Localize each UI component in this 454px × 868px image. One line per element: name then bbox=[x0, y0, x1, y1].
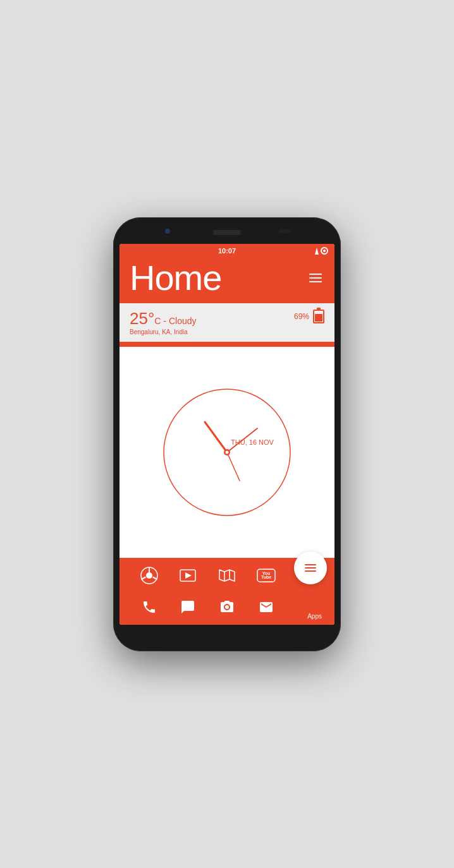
bottom-area: You Tube bbox=[120, 558, 334, 625]
svg-marker-0 bbox=[315, 248, 319, 255]
nav-dock: Apps bbox=[120, 591, 334, 625]
svg-line-14 bbox=[141, 577, 145, 579]
apps-button-icon bbox=[305, 564, 316, 572]
svg-text:Tube: Tube bbox=[261, 575, 271, 579]
apps-label: Apps bbox=[307, 613, 322, 620]
weather-temperature: 25°C - Cloudy bbox=[130, 310, 197, 328]
app-youtube[interactable]: You Tube bbox=[255, 564, 278, 587]
nav-email[interactable] bbox=[255, 596, 278, 618]
app-dock: You Tube bbox=[120, 558, 334, 591]
apps-line-3 bbox=[305, 570, 316, 572]
hamburger-line-2 bbox=[309, 277, 322, 279]
svg-point-10 bbox=[226, 450, 229, 454]
page-title: Home bbox=[130, 260, 221, 296]
battery-percentage: 69% bbox=[294, 312, 309, 321]
hamburger-line-1 bbox=[309, 274, 322, 275]
phone-device: ● 10:07 Home bbox=[113, 217, 341, 651]
nav-camera[interactable] bbox=[216, 596, 238, 618]
svg-marker-18 bbox=[219, 570, 235, 581]
phone-top-hardware bbox=[120, 226, 334, 244]
signal-icon bbox=[311, 247, 319, 255]
status-icons bbox=[311, 247, 328, 255]
main-content: Home 25°C - Cloudy Bengaluru, KA, India … bbox=[120, 258, 334, 625]
apps-line-1 bbox=[305, 564, 316, 565]
header: Home bbox=[120, 258, 334, 303]
app-chrome[interactable] bbox=[138, 564, 161, 587]
svg-line-15 bbox=[152, 577, 157, 579]
status-bar: ● 10:07 bbox=[120, 244, 334, 258]
hamburger-line-3 bbox=[309, 281, 322, 282]
svg-point-24 bbox=[225, 605, 229, 609]
orange-divider bbox=[120, 342, 334, 347]
weather-location: Bengaluru, KA, India bbox=[130, 329, 197, 335]
menu-button[interactable] bbox=[307, 271, 324, 285]
svg-point-2 bbox=[323, 250, 326, 252]
app-play-movies[interactable] bbox=[176, 564, 199, 587]
battery-icon bbox=[313, 310, 324, 323]
weather-battery: 69% bbox=[294, 310, 324, 323]
phone-screen: ● 10:07 Home bbox=[120, 244, 334, 625]
clock-widget: 2017 THU, 16 NOV bbox=[120, 347, 334, 557]
nav-messages[interactable] bbox=[176, 596, 199, 618]
camera-hardware bbox=[165, 229, 170, 234]
weather-widget: 25°C - Cloudy Bengaluru, KA, India 69% bbox=[120, 303, 334, 342]
sensors-hardware bbox=[279, 229, 291, 233]
speaker-hardware bbox=[213, 230, 241, 235]
apps-button[interactable] bbox=[294, 552, 327, 584]
apps-line-2 bbox=[305, 567, 316, 569]
weather-left: 25°C - Cloudy Bengaluru, KA, India bbox=[130, 310, 197, 336]
analog-clock: 2017 THU, 16 NOV bbox=[157, 383, 297, 522]
svg-marker-17 bbox=[185, 572, 192, 579]
nav-phone[interactable] bbox=[138, 596, 161, 618]
svg-point-12 bbox=[146, 572, 152, 579]
network-icon bbox=[321, 247, 328, 255]
app-maps[interactable] bbox=[216, 564, 238, 587]
status-time: 10:07 bbox=[218, 247, 236, 255]
